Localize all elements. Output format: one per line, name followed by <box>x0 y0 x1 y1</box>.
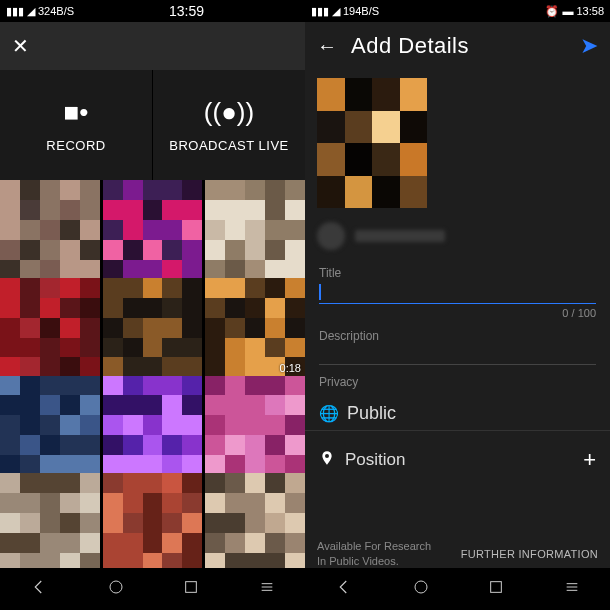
media-thumbnail[interactable] <box>0 278 100 378</box>
privacy-selector[interactable]: 🌐 Public <box>305 397 610 431</box>
footer-line1: Available For Research <box>317 540 431 552</box>
clock: 13:58 <box>576 5 604 17</box>
media-thumbnail[interactable] <box>103 180 203 280</box>
page-title: Add Details <box>351 33 469 59</box>
back-icon[interactable]: ← <box>317 35 337 58</box>
media-thumbnail[interactable] <box>103 376 203 476</box>
nav-recent-icon[interactable] <box>183 579 199 599</box>
privacy-value: Public <box>347 403 396 424</box>
position-row[interactable]: Position + <box>305 431 610 489</box>
nav-bar-right <box>305 568 610 610</box>
nav-menu-icon[interactable] <box>564 579 580 599</box>
nav-back-icon[interactable] <box>30 578 48 600</box>
media-thumbnail[interactable] <box>103 473 203 568</box>
description-input[interactable] <box>319 347 596 365</box>
privacy-field: Privacy <box>305 371 610 393</box>
video-thumbnail[interactable] <box>317 78 427 208</box>
nav-home-icon[interactable] <box>413 579 429 599</box>
media-thumbnail[interactable]: 0:18 <box>205 278 305 378</box>
wifi-icon: ◢ <box>332 5 340 18</box>
camera-icon: ■• <box>64 97 89 128</box>
nav-recent-icon[interactable] <box>488 579 504 599</box>
duration-badge: 0:18 <box>280 362 301 374</box>
signal-icon: ▮▮▮ <box>6 5 24 18</box>
close-icon[interactable]: ✕ <box>12 34 29 58</box>
record-button[interactable]: ■• RECORD <box>0 70 153 180</box>
media-thumbnail[interactable] <box>103 278 203 378</box>
top-bar-left: ✕ <box>0 22 305 70</box>
username-placeholder <box>355 230 445 242</box>
send-icon[interactable]: ➤ <box>580 33 598 59</box>
description-field: Description <box>305 325 610 371</box>
media-grid: 0:18 <box>0 180 305 568</box>
svg-point-2 <box>415 581 427 593</box>
broadcast-button[interactable]: ((●)) BROADCAST LIVE <box>153 70 305 180</box>
alarm-icon: ⏰ <box>545 5 559 18</box>
title-input[interactable] <box>319 284 596 304</box>
title-counter: 0 / 100 <box>319 307 596 319</box>
footer-line2: In Public Videos. <box>317 555 399 567</box>
top-bar-right: ← Add Details ➤ <box>305 22 610 70</box>
battery-icon: ▬ <box>562 5 573 17</box>
status-bar-left: ▮▮▮ ◢ 324B/S 13:59 <box>0 0 305 22</box>
globe-icon: 🌐 <box>319 404 339 423</box>
further-info-link[interactable]: FURTHER INFORMATION <box>461 548 598 560</box>
title-label: Title <box>319 266 596 280</box>
position-label: Position <box>345 450 405 470</box>
broadcast-icon: ((●)) <box>204 97 254 128</box>
nav-back-icon[interactable] <box>335 578 353 600</box>
network-speed: 194B/S <box>343 5 379 17</box>
add-position-icon[interactable]: + <box>583 447 596 473</box>
media-thumbnail[interactable] <box>205 473 305 568</box>
svg-point-0 <box>110 581 122 593</box>
record-label: RECORD <box>46 138 105 153</box>
title-field: Title 0 / 100 <box>305 262 610 325</box>
description-label: Description <box>319 329 596 343</box>
broadcast-label: BROADCAST LIVE <box>169 138 288 153</box>
nav-home-icon[interactable] <box>108 579 124 599</box>
svg-rect-3 <box>491 582 502 593</box>
privacy-label: Privacy <box>319 375 596 389</box>
status-bar-right: ▮▮▮ ◢ 194B/S ⏰ ▬ 13:58 <box>305 0 610 22</box>
avatar <box>317 222 345 250</box>
pin-icon <box>319 450 335 470</box>
nav-bar-left <box>0 568 305 610</box>
wifi-icon: ◢ <box>27 5 35 18</box>
network-speed: 324B/S <box>38 5 74 17</box>
footer-text: Available For Research In Public Videos.… <box>305 539 610 568</box>
media-thumbnail[interactable] <box>205 376 305 476</box>
media-thumbnail[interactable] <box>0 376 100 476</box>
media-thumbnail[interactable] <box>0 180 100 280</box>
svg-rect-1 <box>186 582 197 593</box>
media-thumbnail[interactable] <box>0 473 100 568</box>
signal-icon: ▮▮▮ <box>311 5 329 18</box>
nav-menu-icon[interactable] <box>259 579 275 599</box>
user-row <box>305 216 610 262</box>
media-thumbnail[interactable] <box>205 180 305 280</box>
clock: 13:59 <box>169 3 204 19</box>
action-row: ■• RECORD ((●)) BROADCAST LIVE <box>0 70 305 180</box>
